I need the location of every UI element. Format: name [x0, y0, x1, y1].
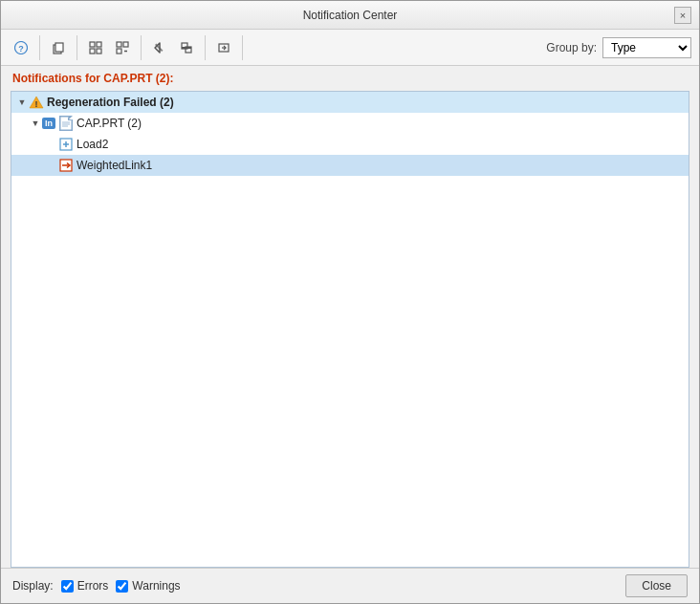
close-button[interactable]: Close: [625, 574, 688, 597]
svg-rect-6: [90, 49, 95, 54]
group-by-select[interactable]: Type Component Severity: [602, 37, 691, 58]
svg-rect-5: [97, 42, 101, 47]
weightedlink1-row[interactable]: WeightedLink1: [11, 155, 689, 176]
svg-rect-10: [117, 49, 121, 54]
cap-prt-label: CAP.PRT (2): [77, 117, 142, 130]
toolbar-group-export: [211, 35, 243, 60]
warnings-label[interactable]: Warnings: [132, 579, 180, 593]
expand-icon-regen: ▼: [15, 96, 29, 109]
svg-text:?: ?: [18, 44, 24, 54]
regen-failed-label: Regeneration Failed (2): [47, 96, 174, 109]
weightedlink1-label: WeightedLink1: [77, 159, 152, 172]
svg-rect-12: [155, 43, 163, 51]
svg-text:!: !: [35, 99, 38, 109]
bottom-bar: Display: Errors Warnings Close: [1, 568, 699, 603]
errors-label[interactable]: Errors: [77, 579, 109, 593]
svg-rect-7: [97, 49, 101, 54]
notifications-bar: Notifications for CAP.PRT (2):: [1, 66, 699, 91]
prev-button[interactable]: [147, 35, 172, 60]
svg-rect-8: [117, 42, 121, 47]
toolbar-group-edit: [46, 35, 77, 60]
toolbar: ?: [1, 30, 699, 66]
warning-icon-regen: !: [29, 95, 44, 110]
link-icon-weighted: [59, 159, 73, 172]
copy-button[interactable]: [46, 35, 71, 60]
warnings-checkbox-item: Warnings: [116, 579, 180, 593]
close-btn-area: Close: [625, 574, 688, 597]
doc-icon-cap: [59, 116, 73, 131]
group-by-label: Group by:: [546, 41, 597, 54]
export-button[interactable]: [211, 35, 236, 60]
display-label: Display:: [12, 579, 54, 593]
errors-checkbox-item: Errors: [61, 579, 109, 593]
load2-label: Load2: [77, 138, 108, 151]
help-button[interactable]: ?: [9, 35, 33, 60]
toolbar-group-nav: [147, 35, 206, 60]
expand-icon-cap: ▼: [29, 117, 42, 130]
tree-area: ▼ ! Regeneration Failed (2) ▼ In: [11, 91, 689, 568]
window-close-button[interactable]: ×: [674, 7, 691, 24]
dialog-title: Notification Center: [26, 9, 674, 22]
title-bar: Notification Center ×: [1, 1, 699, 30]
notification-center-dialog: Notification Center × ?: [0, 0, 700, 604]
toolbar-group-tree: [83, 35, 142, 60]
svg-rect-9: [123, 42, 128, 47]
regen-failed-group[interactable]: ▼ ! Regeneration Failed (2): [11, 92, 689, 113]
load2-row[interactable]: Load2: [11, 134, 689, 155]
svg-rect-3: [55, 43, 63, 52]
nav-button[interactable]: [174, 35, 199, 60]
svg-marker-22: [68, 117, 72, 120]
cap-prt-row[interactable]: ▼ In CAP.PRT (2): [11, 113, 689, 134]
feature-icon-load2: [59, 138, 73, 151]
notifications-prefix: Notifications for: [12, 72, 103, 85]
errors-checkbox[interactable]: [61, 580, 74, 593]
expand-all-button[interactable]: [83, 35, 108, 60]
notifications-component: CAP.PRT (2):: [103, 72, 173, 85]
in-badge: In: [42, 118, 55, 129]
group-by-area: Group by: Type Component Severity: [546, 37, 691, 58]
svg-rect-21: [60, 117, 72, 130]
toolbar-group-help: ?: [9, 35, 40, 60]
collapse-all-button[interactable]: [110, 35, 135, 60]
warnings-checkbox[interactable]: [116, 580, 128, 593]
svg-rect-4: [90, 42, 95, 47]
